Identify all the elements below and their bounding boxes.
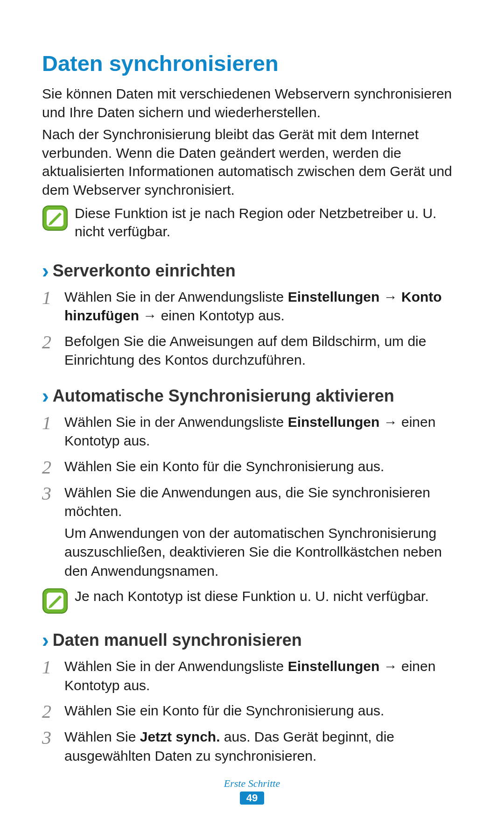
step-number: 1 [42,413,64,432]
step-number: 1 [42,288,64,307]
step-row: 1 Wählen Sie in der Anwendungsliste Eins… [42,288,462,325]
step-number: 2 [42,457,64,477]
note-block: Diese Funktion ist je nach Region oder N… [42,204,462,241]
step-row: 2 Wählen Sie ein Konto für die Synchroni… [42,457,462,477]
section-title: Automatische Synchronisierung aktivieren [53,386,394,406]
page-title: Daten synchronisieren [42,50,462,76]
section-heading-serverkonto: › Serverkonto einrichten [42,261,462,281]
step-row: 2 Befolgen Sie die Anweisungen auf dem B… [42,332,462,370]
note-icon [42,205,68,231]
step-text: Wählen Sie ein Konto für die Synchronisi… [64,457,462,476]
step-row: 1 Wählen Sie in der Anwendungsliste Eins… [42,657,462,695]
step-row: 3 Wählen Sie die Anwendungen aus, die Si… [42,483,462,581]
step-text: Wählen Sie ein Konto für die Synchronisi… [64,701,462,721]
note-icon [42,588,68,614]
step-number: 3 [42,483,64,503]
section-title: Daten manuell synchronisieren [53,630,302,650]
step-row: 2 Wählen Sie ein Konto für die Synchroni… [42,701,462,721]
step-text: Wählen Sie in der Anwendungsliste Einste… [64,288,462,325]
chevron-icon: › [42,261,49,281]
note-text: Je nach Kontotyp ist diese Funktion u. U… [75,587,429,606]
chevron-icon: › [42,630,49,650]
step-text: Wählen Sie in der Anwendungsliste Einste… [64,657,462,695]
intro-paragraph-2: Nach der Synchronisierung bleibt das Ger… [42,125,462,199]
step-row: 1 Wählen Sie in der Anwendungsliste Eins… [42,413,462,451]
page-number-badge: 49 [240,792,264,805]
step-text: Wählen Sie Jetzt synch. aus. Das Gerät b… [64,728,462,765]
chevron-icon: › [42,386,49,406]
step-text: Wählen Sie die Anwendungen aus, die Sie … [64,483,462,581]
section-title: Serverkonto einrichten [53,261,236,281]
step-number: 2 [42,701,64,721]
section-heading-manual-sync: › Daten manuell synchronisieren [42,630,462,650]
intro-paragraph-1: Sie können Daten mit verschiedenen Webse… [42,85,462,121]
step-number: 1 [42,657,64,677]
note-block: Je nach Kontotyp ist diese Funktion u. U… [42,587,462,614]
note-text: Diese Funktion ist je nach Region oder N… [75,204,462,241]
page-footer: Erste Schritte 49 [0,778,504,805]
section-heading-auto-sync: › Automatische Synchronisierung aktivier… [42,386,462,406]
step-number: 3 [42,728,64,747]
step-number: 2 [42,332,64,352]
footer-section-label: Erste Schritte [0,778,504,790]
step-text: Wählen Sie in der Anwendungsliste Einste… [64,413,462,451]
step-text: Befolgen Sie die Anweisungen auf dem Bil… [64,332,462,370]
step-row: 3 Wählen Sie Jetzt synch. aus. Das Gerät… [42,728,462,765]
